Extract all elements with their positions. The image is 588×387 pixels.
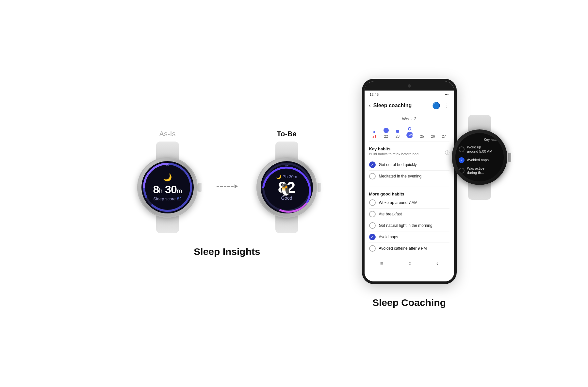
- week-selector: Week 2: [365, 113, 454, 125]
- sleep-coaching-section: 12:45 ▪▪▪ ‹ Sleep coaching 🔵 ⋮: [362, 79, 457, 308]
- svg-text:12: 12: [285, 163, 288, 166]
- watches-row: As-Is 12: [132, 130, 323, 233]
- watch-band-bottom-asis: [156, 215, 179, 233]
- cal-day-23[interactable]: 23: [396, 130, 400, 138]
- watch1-content: 🌙 8h 30m Sleep score 82: [153, 173, 182, 201]
- svg-text:12: 12: [166, 163, 169, 166]
- more-icon[interactable]: ⋮: [444, 103, 449, 109]
- watch-asis: 12 🌙 8h 30m Sleep score 82: [132, 142, 204, 233]
- more-habit-3: Got natural light in the morning: [369, 220, 449, 231]
- sleep-score-label: Sleep score 82: [153, 196, 182, 201]
- cal-day-1024[interactable]: 10/24: [406, 127, 413, 138]
- cal-day-22[interactable]: 22: [384, 128, 389, 138]
- dashed-arrow: [217, 184, 238, 188]
- moon-icon: 🌙: [163, 173, 172, 182]
- calendar-row: 21 22 23 10/24: [365, 125, 454, 140]
- cal-day-21[interactable]: 21: [372, 131, 376, 138]
- watch-band-top-asis: [156, 142, 179, 160]
- cal-day-27[interactable]: 27: [442, 131, 446, 138]
- sleep-coaching-title: Sleep Coaching: [372, 297, 446, 308]
- app-header-title: Sleep coaching: [373, 103, 412, 109]
- more-habit-check-3[interactable]: [369, 222, 376, 229]
- key-habit-check-1[interactable]: ✓: [369, 161, 376, 168]
- sleep-score-value: 82: [177, 196, 181, 201]
- watch-tobe: 12 🌙 7h 30m 82 Good 🐧: [251, 142, 323, 233]
- phone-screen: ‹ Sleep coaching 🔵 ⋮ Week 2: [365, 98, 454, 281]
- more-habit-text-3: Got natural light in the morning: [379, 223, 433, 228]
- watch-screen-asis: 12 🌙 8h 30m Sleep score 82: [141, 161, 194, 213]
- sw-habit-check-3: [459, 168, 465, 174]
- more-habit-text-5: Avoided caffeine after 9 PM: [379, 246, 427, 251]
- key-habit-text-2: Meditated in the evening: [379, 174, 422, 178]
- cal-spacer-25: [421, 131, 423, 133]
- smartwatch-right: Key habits Woke uparound 5:00 AM ✓ Avoid…: [447, 115, 512, 200]
- nav-back[interactable]: ‹: [436, 261, 438, 266]
- main-container: As-Is 12: [0, 66, 588, 321]
- more-habit-text-4: Avoid naps: [379, 235, 398, 239]
- arrow-container: [217, 184, 238, 188]
- cal-dot-21: [373, 131, 375, 133]
- sw-habit-text-3: Was activeduring th...: [467, 166, 484, 175]
- watch-tobe-wrapper: To-Be 12: [251, 130, 323, 233]
- status-icons: ▪▪▪: [445, 93, 449, 96]
- more-habit-2: Ate breakfast: [369, 209, 449, 220]
- key-habit-item-2: Meditated in the evening: [369, 171, 449, 182]
- sleep-insights-title: Sleep Insights: [194, 246, 260, 257]
- cal-num-27: 27: [442, 134, 446, 138]
- more-habit-5: Avoided caffeine after 9 PM: [369, 243, 449, 254]
- sw-habit-check-2: ✓: [459, 157, 465, 163]
- phone-camera: [408, 84, 411, 88]
- nav-menu[interactable]: ≡: [380, 261, 383, 266]
- more-habit-text-1: Woke up around 7 AM: [379, 200, 418, 205]
- more-habit-check-5[interactable]: [369, 245, 376, 252]
- more-habit-check-2[interactable]: [369, 211, 376, 217]
- key-habit-text-1: Got out of bed quickly: [379, 162, 417, 167]
- phone-bottom-nav: ≡ ○ ‹: [365, 257, 454, 270]
- phone-notch: [365, 81, 454, 91]
- app-header: ‹ Sleep coaching 🔵 ⋮: [365, 98, 454, 113]
- sleep-insights-section: As-Is 12: [132, 130, 323, 257]
- cal-day-26[interactable]: 26: [431, 131, 435, 138]
- smartwatch-right-container: Key habits Woke uparound 5:00 AM ✓ Avoid…: [447, 115, 512, 200]
- watch-case-tobe: 12 🌙 7h 30m 82 Good 🐧: [256, 157, 317, 218]
- sw-case: Key habits Woke uparound 5:00 AM ✓ Avoid…: [452, 129, 507, 185]
- cal-num-22: 22: [384, 134, 388, 138]
- back-icon[interactable]: ‹: [369, 103, 371, 109]
- cal-dot-22: [384, 128, 389, 133]
- more-habit-4: ✓ Avoid naps: [369, 231, 449, 243]
- sw-habit-check-1: [459, 146, 465, 152]
- watch-band-top-tobe: [275, 142, 298, 160]
- watch-crown-asis: [198, 183, 202, 192]
- dash3: [224, 186, 226, 187]
- phone-mockup: 12:45 ▪▪▪ ‹ Sleep coaching 🔵 ⋮: [362, 79, 457, 284]
- penguin-icon: 🐧: [278, 183, 293, 197]
- sw-crown: [508, 153, 511, 162]
- watch-band-bottom-tobe: [275, 215, 298, 233]
- dash1: [217, 186, 219, 187]
- key-habit-item-1: ✓ Got out of bed quickly: [369, 159, 449, 171]
- sw-habit-3: Was activeduring th...: [459, 165, 500, 177]
- cal-num-1024: 10/24: [406, 132, 413, 138]
- key-habit-check-2[interactable]: [369, 173, 376, 179]
- divider-2: [369, 187, 449, 187]
- more-habit-check-1[interactable]: [369, 199, 376, 206]
- cal-num-21: 21: [372, 134, 376, 138]
- more-habit-1: Woke up around 7 AM: [369, 197, 449, 209]
- dash5: [231, 186, 234, 187]
- nav-home[interactable]: ○: [408, 261, 412, 266]
- sleep-time: 8h 30m: [153, 183, 182, 196]
- key-habits-subtitle: Build habits to relax before bed: [369, 152, 419, 156]
- cal-spacer-26: [432, 131, 434, 133]
- more-habit-check-4[interactable]: ✓: [369, 234, 376, 240]
- divider-1: [369, 142, 449, 142]
- sw-habit-1: Woke uparound 5:00 AM: [459, 143, 500, 155]
- cal-day-25[interactable]: 25: [420, 131, 424, 138]
- phone-status-bar: 12:45 ▪▪▪: [365, 91, 454, 98]
- cal-dot-23: [396, 130, 399, 133]
- dash2: [220, 186, 223, 187]
- more-habits-title: More good habits: [369, 192, 449, 196]
- sw-key-habits-label: Key habits: [459, 138, 500, 142]
- sw-habit-2: ✓ Avoided naps: [459, 156, 500, 165]
- cal-num-25: 25: [420, 134, 424, 138]
- devices-row: 12:45 ▪▪▪ ‹ Sleep coaching 🔵 ⋮: [362, 79, 457, 284]
